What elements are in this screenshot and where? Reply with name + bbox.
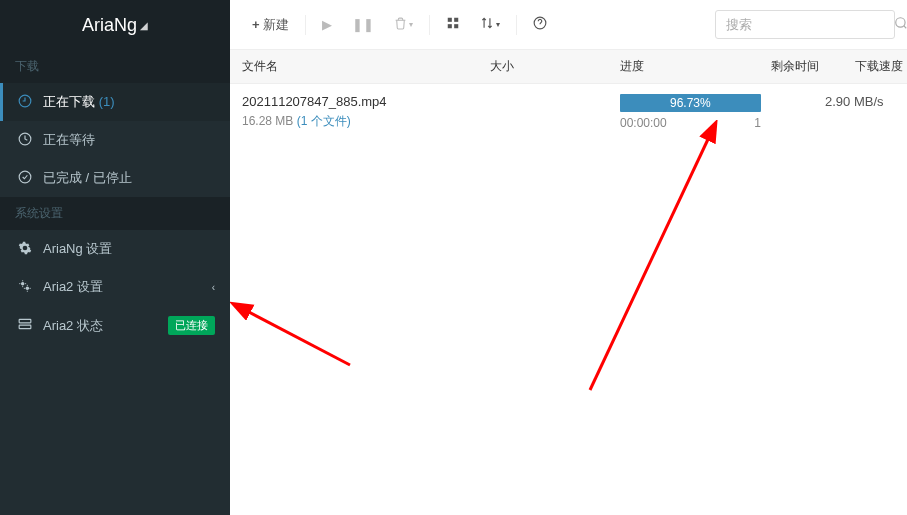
sidebar-item-ariang-settings[interactable]: AriaNg 设置 [0,230,230,268]
sidebar-item-downloading[interactable]: 正在下载 (1) [0,83,230,121]
row-eta: 00:00:00 [620,116,667,130]
help-button[interactable] [523,10,557,39]
table-row[interactable]: 202111207847_885.mp4 16.28 MB (1 个文件) 96… [230,84,907,140]
sidebar-item-aria2-settings[interactable]: Aria2 设置 ‹ [0,268,230,306]
col-header-speed[interactable]: 下载速度 [825,58,907,75]
check-circle-icon [15,170,35,187]
row-filecount[interactable]: (1 个文件) [297,114,351,128]
svg-point-14 [896,18,905,27]
sort-button[interactable]: ▾ [470,10,510,39]
start-button[interactable]: ▶ [312,11,342,38]
svg-line-15 [904,26,906,28]
trash-icon [394,17,407,33]
sidebar-item-waiting[interactable]: 正在等待 [0,121,230,159]
search-icon [894,16,907,33]
col-header-progress[interactable]: 进度 [620,58,765,75]
pause-button[interactable]: ❚❚ [342,11,384,38]
download-icon [15,94,35,111]
table-header: 文件名 大小 进度 剩余时间 下载速度 [230,50,907,84]
col-header-name[interactable]: 文件名 [230,58,490,75]
gears-icon [15,279,35,296]
svg-rect-12 [454,24,458,28]
sidebar-item-label: 正在下载 (1) [43,93,215,111]
status-badge-connected: 已连接 [168,316,215,335]
row-filename: 202111207847_885.mp4 [242,94,620,109]
sidebar-item-label: Aria2 状态 [43,317,168,335]
sidebar-item-label: 已完成 / 已停止 [43,169,215,187]
brand[interactable]: AriaNg ◢ [0,0,230,50]
sidebar-item-label: AriaNg 设置 [43,240,215,258]
search-input[interactable] [726,17,894,32]
sidebar-section-downloads: 下载 [0,50,230,83]
row-connections: 1 [754,116,765,130]
play-icon: ▶ [322,17,332,32]
gear-icon [15,241,35,258]
svg-rect-5 [19,319,31,323]
sidebar: AriaNg ◢ 下载 正在下载 (1) 正在等待 已完成 [0,0,230,515]
row-speed: 2.90 MB/s [825,94,884,109]
svg-rect-11 [447,24,451,28]
sidebar-item-label: Aria2 设置 [43,278,212,296]
sidebar-item-aria2-status[interactable]: Aria2 状态 已连接 [0,306,230,345]
sort-icon [480,16,494,33]
help-icon [533,16,547,33]
svg-rect-6 [19,325,31,329]
sidebar-item-stopped[interactable]: 已完成 / 已停止 [0,159,230,197]
pause-icon: ❚❚ [352,17,374,32]
dropdown-caret-icon: ▾ [496,20,500,29]
svg-point-2 [19,171,31,183]
progress-bar: 96.73% [620,94,761,112]
svg-rect-10 [454,18,458,22]
chevron-left-icon: ‹ [212,282,215,293]
row-filesize: 16.28 MB (1 个文件) [242,113,620,130]
server-icon [15,317,35,334]
brand-name: AriaNg [82,15,137,36]
svg-point-4 [26,286,29,290]
svg-point-3 [21,281,25,285]
grid-icon [446,16,460,33]
view-grid-button[interactable] [436,10,470,39]
col-header-size[interactable]: 大小 [490,58,620,75]
main: + 新建 ▶ ❚❚ ▾ [230,0,907,515]
search-box[interactable] [715,10,895,39]
new-button[interactable]: + 新建 [242,10,299,40]
dropdown-caret-icon: ▾ [409,20,413,29]
delete-button[interactable]: ▾ [384,11,423,39]
col-header-remain[interactable]: 剩余时间 [765,58,825,75]
brand-caret-icon: ◢ [140,20,148,31]
new-label: 新建 [263,16,289,34]
sidebar-section-settings: 系统设置 [0,197,230,230]
clock-icon [15,132,35,149]
toolbar: + 新建 ▶ ❚❚ ▾ [230,0,907,50]
svg-rect-9 [447,18,451,22]
separator [305,15,306,35]
separator [429,15,430,35]
separator [516,15,517,35]
sidebar-item-label: 正在等待 [43,131,215,149]
plus-icon: + [252,17,260,32]
